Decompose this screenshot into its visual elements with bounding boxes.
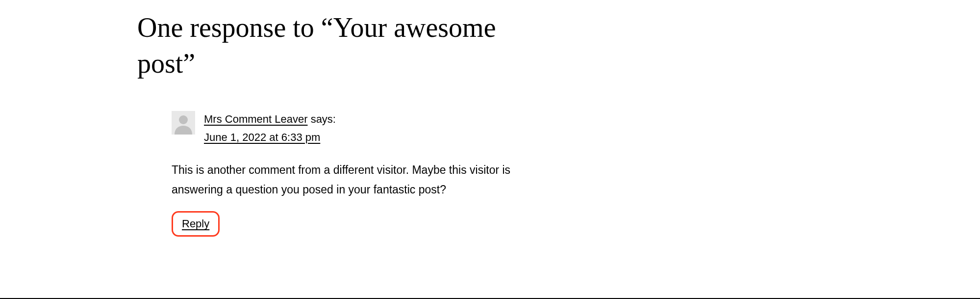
avatar xyxy=(172,111,195,135)
person-icon xyxy=(172,111,195,135)
comment: Mrs Comment Leaver says: June 1, 2022 at… xyxy=(137,111,539,237)
reply-highlight: Reply xyxy=(172,211,220,237)
comment-meta-text: Mrs Comment Leaver says: June 1, 2022 at… xyxy=(204,111,336,145)
svg-point-1 xyxy=(179,115,188,124)
comment-date-link[interactable]: June 1, 2022 at 6:33 pm xyxy=(204,129,320,145)
comments-section: One response to “Your awesome post” Mrs … xyxy=(0,0,539,237)
comment-author-link[interactable]: Mrs Comment Leaver xyxy=(204,113,308,125)
comments-heading: One response to “Your awesome post” xyxy=(137,10,539,82)
says-label: says: xyxy=(308,113,336,125)
comment-meta: Mrs Comment Leaver says: June 1, 2022 at… xyxy=(172,111,539,145)
reply-link[interactable]: Reply xyxy=(182,217,209,230)
comment-body: This is another comment from a different… xyxy=(172,160,525,200)
